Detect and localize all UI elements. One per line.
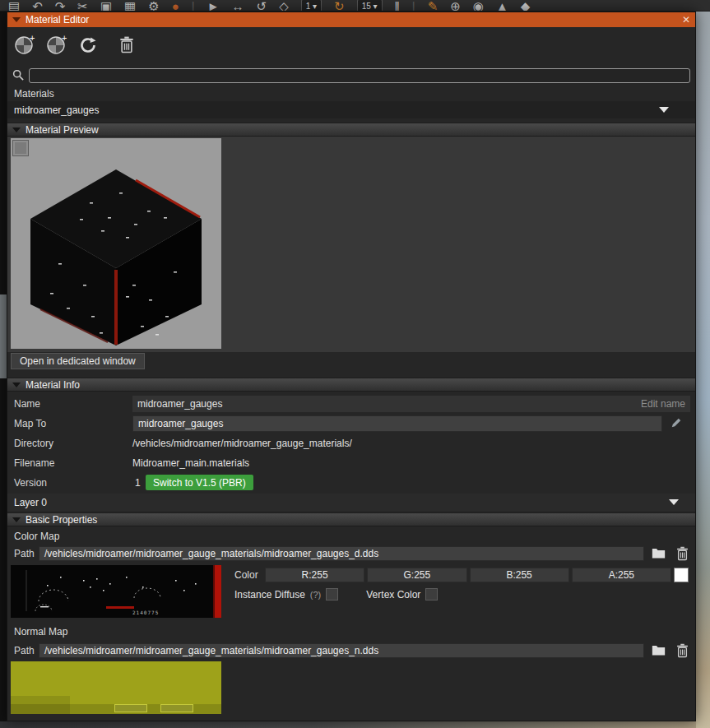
trash-icon (119, 35, 134, 57)
folder-icon[interactable] (652, 547, 666, 561)
info-label: Directory (14, 438, 53, 449)
materials-dropdown-value: midroamer_gauges (14, 104, 99, 116)
info-row-version: Version 1 Switch to V1.5 (PBR) (7, 473, 695, 493)
trash-icon[interactable] (676, 643, 689, 661)
rotate-icon[interactable]: ↺ (257, 0, 267, 12)
path-label: Path (14, 645, 35, 656)
collapse-triangle-icon (12, 128, 21, 132)
preview-background-toggle[interactable] (12, 140, 29, 156)
window-titlebar: Material Editor ✕ (7, 12, 695, 27)
color-map-path-input[interactable]: /vehicles/midroamer/midroamer_gauge_mate… (39, 546, 644, 561)
layer-dropdown-value: Layer 0 (14, 497, 47, 508)
section-title: Material Info (26, 379, 80, 391)
name-value-strip: midroamer_gauges Edit name (132, 396, 690, 412)
help-hint: (?) (310, 590, 321, 600)
info-label: Name (14, 398, 40, 410)
create-material-from-template-button[interactable]: + (46, 34, 68, 58)
redo-icon[interactable]: ↷ (55, 0, 66, 12)
edit-pencil-icon[interactable] (671, 417, 682, 431)
close-icon[interactable]: ✕ (682, 14, 690, 26)
select-icon[interactable]: ► (207, 0, 220, 12)
section-basic-properties[interactable]: Basic Properties (7, 512, 695, 526)
color-map-label: Color Map (14, 531, 59, 542)
instance-diffuse-checkbox[interactable] (326, 588, 338, 600)
chevron-down-icon (659, 107, 669, 113)
section-material-info[interactable]: Material Info (7, 378, 695, 392)
color-map-texture-preview[interactable]: 2140775 (11, 565, 221, 618)
material-preview-viewport[interactable] (11, 138, 221, 349)
reload-icon[interactable]: ↻ (334, 0, 345, 12)
draw-pencil-icon[interactable]: ✎ (428, 0, 439, 12)
trash-icon[interactable] (676, 546, 689, 563)
texture-odometer-text: 2140775 (132, 610, 159, 615)
copy-icon[interactable]: ▣ (100, 0, 112, 12)
create-material-button[interactable]: + (14, 34, 36, 58)
delete-material-button[interactable] (119, 35, 134, 57)
angle-snap-dropdown[interactable]: 15 ▾ (357, 0, 383, 12)
vertex-color-label: Vertex Color (366, 589, 420, 600)
path-label: Path (14, 548, 35, 559)
normal-texture-detail (114, 704, 147, 712)
info-row-directory: Directory /vehicles/midroamer/midroamer_… (7, 434, 695, 453)
color-r-field[interactable]: R:255 (265, 568, 364, 582)
paste-icon[interactable]: ▦ (124, 0, 136, 12)
window-title: Material Editor (26, 14, 89, 26)
section-material-preview[interactable]: Material Preview (7, 123, 695, 137)
terrain-icon[interactable]: ▲ (496, 0, 508, 12)
refresh-icon (78, 35, 98, 58)
material-editor-toolbar: + + (7, 27, 695, 65)
folder-icon[interactable] (652, 644, 666, 658)
color-swatch[interactable] (674, 568, 689, 582)
open-dedicated-window-button[interactable]: Open in dedicated window (11, 353, 145, 369)
vehicle-icon[interactable]: ● (172, 0, 179, 12)
svg-text:+: + (62, 34, 67, 43)
normal-map-texture-preview[interactable] (11, 661, 221, 714)
forest-icon[interactable]: ◉ (473, 0, 484, 12)
cut-icon[interactable]: ✂ (77, 0, 88, 12)
collapse-triangle-icon (12, 517, 21, 522)
materials-label: Materials (14, 88, 54, 100)
chevron-down-icon (669, 499, 679, 505)
filename-value: Midroamer_main.materials (132, 457, 249, 469)
map-to-value: midroamer_gauges (138, 418, 223, 429)
edit-name-button[interactable]: Edit name (641, 398, 685, 410)
settings-gear-icon[interactable]: ⚙ (148, 0, 159, 12)
snap-size-dropdown[interactable]: 1 ▾ (301, 0, 322, 12)
color-a-field[interactable]: A:255 (572, 568, 671, 582)
switch-version-button[interactable]: Switch to V1.5 (PBR) (146, 475, 253, 490)
search-row (7, 67, 695, 85)
instance-diffuse-label: Instance Diffuse (234, 589, 305, 600)
collapse-triangle-icon (12, 383, 21, 387)
info-label: Filename (14, 457, 54, 469)
add-icon[interactable]: ⊕ (450, 0, 461, 12)
directory-value: /vehicles/midroamer/midroamer_gauge_mate… (132, 438, 352, 449)
sphere-plus-icon: + (14, 34, 36, 58)
search-input[interactable] (29, 68, 690, 83)
svg-text:+: + (30, 34, 35, 43)
game-viewport-left-patch (0, 294, 7, 378)
translate-icon[interactable]: ↔ (232, 0, 244, 12)
normal-map-path-input[interactable]: /vehicles/midroamer/midroamer_gauge_mate… (39, 643, 644, 658)
scale-icon[interactable]: ◇ (279, 0, 289, 12)
flags-row: Instance Diffuse (?) Vertex Color (234, 587, 689, 602)
materials-dropdown[interactable]: midroamer_gauges (7, 101, 695, 118)
normal-map-label: Normal Map (14, 626, 67, 638)
collapse-triangle-icon[interactable] (12, 17, 21, 22)
section-title: Material Preview (26, 124, 99, 136)
refresh-materials-button[interactable] (78, 35, 98, 58)
color-g-field[interactable]: G:255 (367, 568, 466, 582)
map-to-input[interactable]: midroamer_gauges (132, 415, 662, 432)
info-label: Map To (14, 418, 46, 429)
decal-icon[interactable]: ◆ (521, 0, 531, 12)
layer-dropdown[interactable]: Layer 0 (7, 494, 695, 511)
color-b-field[interactable]: B:255 (470, 568, 569, 582)
pause-icon[interactable]: ‖ (395, 0, 400, 12)
section-title: Basic Properties (26, 514, 97, 526)
undo-icon[interactable]: ↶ (32, 0, 43, 12)
normal-map-path-row: Path /vehicles/midroamer/midroamer_gauge… (7, 642, 695, 659)
info-row-name: Name midroamer_gauges Edit name (7, 394, 695, 414)
game-viewport-bottom-sliver (0, 721, 696, 728)
vertex-color-checkbox[interactable] (425, 588, 438, 600)
material-editor-window: Material Editor ✕ + (7, 12, 696, 721)
save-icon[interactable]: ▤ (8, 0, 20, 12)
